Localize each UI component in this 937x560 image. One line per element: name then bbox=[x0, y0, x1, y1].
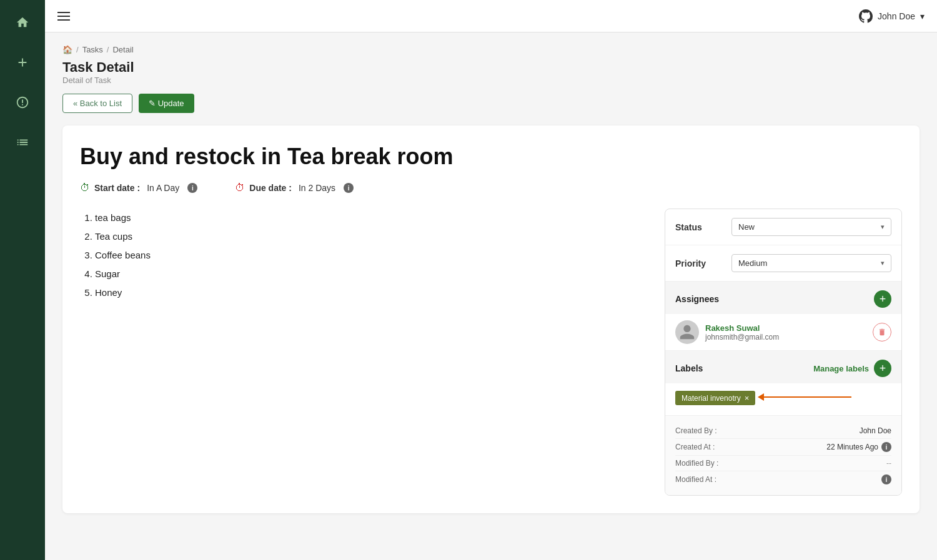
created-at-info-icon[interactable]: i bbox=[881, 442, 891, 452]
update-button[interactable]: ✎ Update bbox=[139, 94, 194, 113]
due-date-label: Due date : bbox=[249, 183, 292, 193]
start-date-label: Start date : bbox=[94, 183, 140, 193]
due-date-icon: ⏱ bbox=[235, 182, 245, 194]
assignee-info: Rakesh Suwal johnsmith@gmail.com bbox=[705, 323, 866, 341]
github-icon bbox=[859, 9, 873, 23]
start-date-info-icon[interactable]: i bbox=[187, 183, 197, 193]
topbar: John Doe ▾ bbox=[45, 0, 937, 32]
label-tag-text: Material invenotry bbox=[682, 394, 741, 403]
modified-by-row: Modified By : -- bbox=[675, 456, 891, 471]
assignee-row: Rakesh Suwal johnsmith@gmail.com bbox=[665, 314, 901, 351]
assignees-header: Assignees + bbox=[665, 282, 901, 314]
arrow-line bbox=[764, 396, 851, 398]
task-title: Buy and restock in Tea break room bbox=[80, 143, 902, 170]
list-item: Tea cups bbox=[95, 227, 647, 246]
modified-at-label: Modified At : bbox=[675, 475, 716, 484]
created-at-label: Created At : bbox=[675, 443, 715, 451]
modified-by-value: -- bbox=[886, 459, 891, 468]
sidebar bbox=[0, 0, 45, 560]
list-item: Coffee beans bbox=[95, 246, 647, 265]
assignees-title: Assignees bbox=[675, 294, 719, 304]
dashboard-icon[interactable] bbox=[10, 90, 35, 115]
tasks-icon[interactable] bbox=[10, 130, 35, 155]
breadcrumb-home[interactable]: 🏠 bbox=[62, 45, 72, 54]
page-header: Task Detail Detail of Task bbox=[62, 59, 920, 85]
priority-value: Medium bbox=[738, 258, 767, 268]
content-area: 🏠 / Tasks / Detail Task Detail Detail of… bbox=[45, 32, 937, 560]
label-remove-button[interactable]: × bbox=[745, 393, 750, 403]
list-item: tea bags bbox=[95, 209, 647, 227]
priority-label: Priority bbox=[675, 258, 731, 268]
user-name: John Doe bbox=[878, 11, 915, 21]
metadata-section: Created By : John Doe Created At : 22 Mi… bbox=[665, 415, 901, 495]
start-date-icon: ⏱ bbox=[80, 182, 90, 194]
page-subtitle: Detail of Task bbox=[62, 76, 920, 85]
breadcrumb: 🏠 / Tasks / Detail bbox=[62, 45, 920, 54]
delete-assignee-button[interactable] bbox=[873, 323, 891, 341]
modified-at-row: Modified At : i bbox=[675, 471, 891, 488]
labels-header: Labels Manage labels + bbox=[665, 351, 901, 383]
back-to-list-button[interactable]: « Back to List bbox=[62, 94, 132, 113]
list-item: Honey bbox=[95, 283, 647, 302]
created-at-row: Created At : 22 Minutes Ago i bbox=[675, 439, 891, 456]
created-at-value: 22 Minutes Ago i bbox=[826, 442, 891, 452]
modified-by-label: Modified By : bbox=[675, 459, 718, 468]
user-menu[interactable]: John Doe ▾ bbox=[859, 9, 925, 23]
status-select[interactable]: New ▾ bbox=[731, 218, 891, 236]
status-label: Status bbox=[675, 222, 731, 232]
status-value: New bbox=[738, 222, 755, 232]
priority-chevron: ▾ bbox=[881, 259, 885, 267]
date-row: ⏱ Start date : In A Day i ⏱ Due date : I… bbox=[80, 182, 902, 194]
assignee-name: Rakesh Suwal bbox=[705, 323, 866, 333]
assignee-email: johnsmith@gmail.com bbox=[705, 333, 866, 341]
due-date-item: ⏱ Due date : In 2 Days i bbox=[235, 182, 354, 194]
side-panel: Status New ▾ Priority Medium ▾ bbox=[665, 209, 902, 496]
detail-body: tea bagsTea cupsCoffee beansSugarHoney S… bbox=[80, 209, 902, 496]
start-date-item: ⏱ Start date : In A Day i bbox=[80, 182, 197, 194]
action-buttons: « Back to List ✎ Update bbox=[62, 94, 920, 113]
list-item: Sugar bbox=[95, 265, 647, 283]
side-panel-box: Status New ▾ Priority Medium ▾ bbox=[665, 209, 902, 496]
created-by-label: Created By : bbox=[675, 426, 717, 435]
label-tag: Material invenotry × bbox=[675, 391, 755, 405]
task-list: tea bagsTea cupsCoffee beansSugarHoney bbox=[80, 209, 647, 302]
main-area: John Doe ▾ 🏠 / Tasks / Detail Task Detai… bbox=[45, 0, 937, 560]
manage-labels-link[interactable]: Manage labels bbox=[813, 364, 869, 373]
due-date-info-icon[interactable]: i bbox=[344, 183, 354, 193]
created-by-row: Created By : John Doe bbox=[675, 423, 891, 439]
detail-card: Buy and restock in Tea break room ⏱ Star… bbox=[62, 125, 920, 513]
add-label-button[interactable]: + bbox=[874, 360, 891, 377]
user-dropdown-icon: ▾ bbox=[920, 11, 925, 21]
priority-select[interactable]: Medium ▾ bbox=[731, 254, 891, 272]
assignee-avatar bbox=[675, 320, 699, 344]
trash-icon bbox=[878, 328, 886, 336]
home-icon[interactable] bbox=[10, 10, 35, 35]
hamburger-menu[interactable] bbox=[57, 12, 70, 21]
arrow-head bbox=[758, 393, 764, 401]
breadcrumb-tasks[interactable]: Tasks bbox=[82, 45, 103, 54]
arrow-annotation bbox=[758, 393, 851, 401]
created-by-value: John Doe bbox=[860, 426, 891, 435]
task-content: tea bagsTea cupsCoffee beansSugarHoney bbox=[80, 209, 647, 496]
priority-row: Priority Medium ▾ bbox=[665, 245, 901, 282]
modified-at-value: i bbox=[881, 474, 891, 484]
plus-icon[interactable] bbox=[10, 50, 35, 75]
status-chevron: ▾ bbox=[881, 223, 885, 231]
add-assignee-button[interactable]: + bbox=[874, 290, 891, 308]
avatar-icon bbox=[678, 323, 696, 341]
status-row: Status New ▾ bbox=[665, 209, 901, 245]
labels-content: Material invenotry × bbox=[665, 383, 901, 415]
due-date-value: In 2 Days bbox=[299, 183, 335, 193]
modified-at-info-icon[interactable]: i bbox=[881, 474, 891, 484]
start-date-value: In A Day bbox=[147, 183, 179, 193]
labels-title: Labels bbox=[675, 363, 703, 373]
breadcrumb-detail: Detail bbox=[112, 45, 133, 54]
page-title: Task Detail bbox=[62, 59, 920, 76]
